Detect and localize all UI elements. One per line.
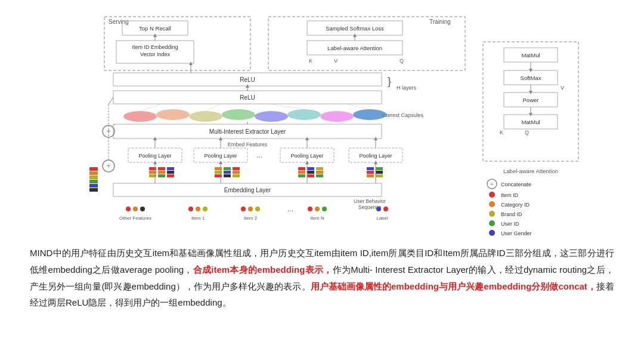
text-red2: 用户基础画像属性的embedding与用户兴趣embedding分别做conca… [311,281,596,291]
svg-point-27 [123,111,157,122]
svg-text:Item 1: Item 1 [191,216,205,221]
svg-text:H layers: H layers [397,85,417,91]
svg-rect-78 [367,167,374,170]
svg-text:Label-aware Attention: Label-aware Attention [327,45,382,51]
svg-text:}: } [388,75,391,87]
svg-rect-110 [89,176,98,179]
svg-text:ReLU: ReLU [240,94,255,101]
svg-rect-54 [158,167,165,170]
svg-text:Q: Q [400,58,404,64]
page-container: Serving Top N Recall Item ID Embedding V… [0,0,644,363]
svg-rect-111 [89,180,98,183]
svg-rect-83 [376,174,383,177]
svg-text:V: V [561,85,564,91]
svg-text:MatMul: MatMul [521,52,540,59]
svg-rect-81 [376,167,383,170]
svg-point-90 [140,207,145,211]
svg-text:...: ... [287,205,293,213]
svg-point-94 [203,207,208,211]
svg-rect-55 [158,171,165,174]
svg-point-106 [383,207,388,211]
svg-text:Power: Power [523,97,539,103]
svg-text:V: V [334,58,338,64]
svg-point-30 [222,109,255,120]
svg-rect-66 [233,167,240,170]
svg-rect-80 [367,174,374,177]
svg-point-102 [315,207,320,211]
text-content: MIND中的用户特征由历史交互item和基础画像属性组成，用户历史交互item由… [12,239,632,317]
svg-rect-73 [307,171,314,174]
svg-rect-67 [233,171,240,174]
svg-point-142 [489,201,495,207]
svg-rect-82 [376,171,383,174]
svg-text:K: K [500,130,503,136]
svg-text:Other Features: Other Features [119,216,151,221]
svg-point-32 [287,109,321,120]
svg-rect-70 [298,171,305,174]
svg-text:Q: Q [525,130,529,136]
svg-rect-59 [167,174,174,177]
svg-rect-108 [89,167,98,171]
svg-point-31 [255,111,288,122]
svg-point-88 [126,207,131,211]
svg-rect-56 [158,174,165,177]
svg-text:Interest Capsules: Interest Capsules [382,112,424,118]
svg-rect-75 [316,167,323,170]
svg-point-28 [156,109,190,120]
svg-point-144 [489,211,495,217]
svg-rect-69 [298,167,305,170]
svg-rect-58 [167,171,174,174]
svg-rect-79 [367,171,374,174]
description-paragraph: MIND中的用户特征由历史交互item和基础画像属性组成，用户历史交互item由… [30,245,614,311]
svg-text:MatMul: MatMul [521,119,540,125]
svg-point-33 [320,111,354,122]
svg-point-97 [248,207,253,211]
svg-text:Pooling Layer: Pooling Layer [290,153,323,159]
svg-point-101 [308,207,312,211]
svg-text:Sampled Softmax Loss: Sampled Softmax Loss [326,25,384,32]
svg-text:+: + [106,162,110,170]
svg-text:Embed Features: Embed Features [228,141,268,147]
svg-point-148 [489,230,495,236]
svg-rect-109 [89,171,98,175]
svg-point-98 [255,207,260,211]
svg-point-103 [322,207,327,211]
svg-text:Vector Index: Vector Index [140,51,171,57]
text-red1: 合成item本身的embedding表示， [193,264,333,275]
svg-text:...: ... [256,151,262,159]
architecture-diagram: Serving Top N Recall Item ID Embedding V… [12,6,632,239]
svg-point-140 [489,192,495,198]
svg-point-93 [196,207,200,211]
svg-point-92 [188,207,193,211]
svg-rect-76 [316,171,323,174]
svg-text:Training: Training [429,19,451,25]
svg-rect-63 [224,167,231,170]
svg-point-146 [489,220,495,226]
svg-rect-65 [224,174,231,177]
svg-rect-64 [224,171,231,174]
diagram-area: Serving Top N Recall Item ID Embedding V… [12,6,632,239]
svg-text:User ID: User ID [501,221,519,227]
svg-text:Embedding   Layer: Embedding Layer [224,187,271,193]
svg-point-29 [189,111,222,122]
svg-rect-113 [89,188,98,192]
svg-point-34 [353,109,386,120]
svg-text:Item 2: Item 2 [244,216,258,221]
svg-rect-74 [307,174,314,177]
svg-rect-57 [167,167,174,170]
svg-text:Label-aware Attention: Label-aware Attention [503,168,558,174]
svg-rect-72 [307,167,314,170]
svg-rect-68 [233,174,240,177]
svg-text:Pooling Layer: Pooling Layer [138,153,171,159]
svg-rect-112 [89,184,98,187]
svg-text:Item N: Item N [310,216,324,221]
svg-text:Item ID: Item ID [501,192,519,198]
svg-text:Label: Label [376,216,388,221]
svg-point-89 [133,207,138,211]
svg-text:+: + [490,181,494,187]
svg-rect-77 [316,174,323,177]
svg-text:Brand ID: Brand ID [501,211,522,217]
svg-text:Multi-Interest Extractor Layer: Multi-Interest Extractor Layer [209,128,286,135]
svg-text:Concatenate: Concatenate [501,182,531,187]
svg-text:Item ID Embedding: Item ID Embedding [132,44,178,50]
